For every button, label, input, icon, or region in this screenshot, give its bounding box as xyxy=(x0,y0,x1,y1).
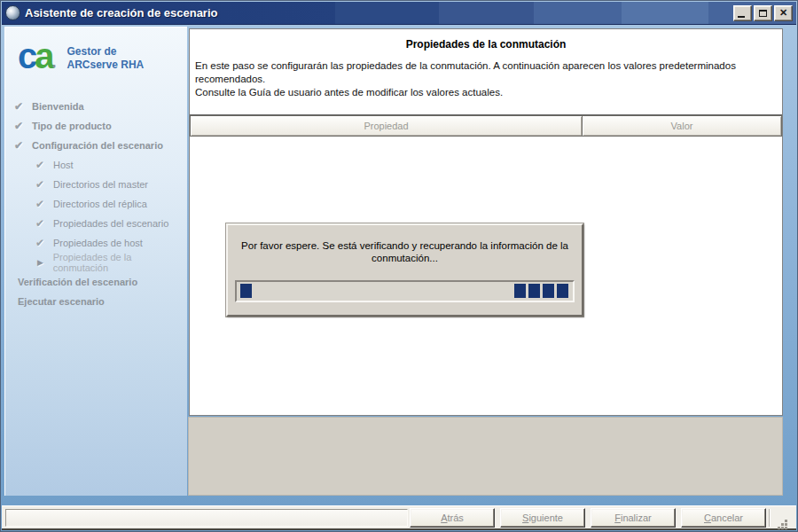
check-icon: ✔ xyxy=(35,237,53,249)
next-button[interactable]: Siguiente xyxy=(500,508,585,528)
bottom-panel xyxy=(188,417,783,496)
back-button[interactable]: Atrás xyxy=(410,508,495,528)
progress-block xyxy=(240,284,252,298)
properties-table-header: Propiedad Valor xyxy=(190,115,782,137)
step-verificacion-escenario: Verificación del escenario xyxy=(5,272,187,292)
column-header-propiedad[interactable]: Propiedad xyxy=(190,115,583,137)
minimize-button[interactable] xyxy=(733,5,752,21)
step-directorios-master: ✔ Directorios del master xyxy=(5,175,187,194)
current-step-arrow-icon: ▶ xyxy=(35,258,53,267)
wizard-steps: ✔ Bienvenida ✔ Tipo de producto ✔ Config… xyxy=(5,97,187,311)
status-bar: Atrás Siguiente Finalizar Cancelar xyxy=(2,505,796,530)
statusbar-separator xyxy=(769,509,770,527)
column-header-valor[interactable]: Valor xyxy=(583,115,782,137)
check-icon: ✔ xyxy=(35,217,53,230)
product-name: Gestor de ARCserve RHA xyxy=(67,45,145,72)
close-icon: ✕ xyxy=(779,8,787,18)
page-title: Propiedades de la conmutación xyxy=(190,38,782,51)
progress-bar xyxy=(235,280,575,302)
progress-block xyxy=(514,284,526,298)
step-propiedades-escenario: ✔ Propiedades del escenario xyxy=(5,214,187,233)
progress-block xyxy=(528,284,540,298)
wait-dialog: Por favor espere. Se está verificando y … xyxy=(226,223,583,317)
resize-grip[interactable] xyxy=(778,520,780,522)
wizard-sidebar: ca . Gestor de ARCserve RHA ✔ Bienvenida… xyxy=(4,27,187,496)
ca-logo: ca . Gestor de ARCserve RHA xyxy=(18,40,144,72)
check-icon: ✔ xyxy=(35,198,53,210)
step-configuracion-escenario: ✔ Configuración del escenario xyxy=(5,136,187,155)
step-propiedades-conmutacion-current: ▶ Propiedades de la conmutación xyxy=(5,253,187,272)
step-tipo-de-producto: ✔ Tipo de producto xyxy=(5,116,187,136)
ca-logo-dot: . xyxy=(52,53,57,72)
status-message-panel xyxy=(5,509,408,527)
ca-logo-mark: ca xyxy=(18,40,52,72)
wizard-page: Propiedades de la conmutación En este pa… xyxy=(189,28,783,416)
step-host: ✔ Host xyxy=(5,155,187,175)
window-title: Asistente de creación de escenario xyxy=(25,6,733,20)
step-ejecutar-escenario: Ejecutar escenario xyxy=(5,292,187,311)
minimize-icon xyxy=(738,16,745,18)
finish-button[interactable]: Finalizar xyxy=(591,508,676,528)
step-bienvenida: ✔ Bienvenida xyxy=(5,97,187,116)
check-icon: ✔ xyxy=(14,120,32,132)
page-description: En este paso se configurarán las propied… xyxy=(195,59,777,99)
maximize-icon xyxy=(759,10,767,17)
check-icon: ✔ xyxy=(14,100,32,113)
progress-block xyxy=(557,284,568,298)
wizard-window: Asistente de creación de escenario ✕ ca … xyxy=(0,0,798,532)
check-icon: ✔ xyxy=(35,178,53,191)
title-bar: Asistente de creación de escenario ✕ xyxy=(2,2,796,25)
wait-message: Por favor espere. Se está verificando y … xyxy=(241,239,569,264)
globe-app-icon xyxy=(5,5,20,20)
step-propiedades-host: ✔ Propiedades de host xyxy=(5,233,187,253)
maximize-button[interactable] xyxy=(754,5,772,21)
check-icon: ✔ xyxy=(35,159,53,171)
cancel-button[interactable]: Cancelar xyxy=(681,508,766,528)
window-controls: ✕ xyxy=(733,5,793,21)
progress-block xyxy=(543,284,554,298)
step-directorios-replica: ✔ Directorios del réplica xyxy=(5,194,187,214)
close-button[interactable]: ✕ xyxy=(774,5,793,21)
check-icon: ✔ xyxy=(14,139,32,152)
